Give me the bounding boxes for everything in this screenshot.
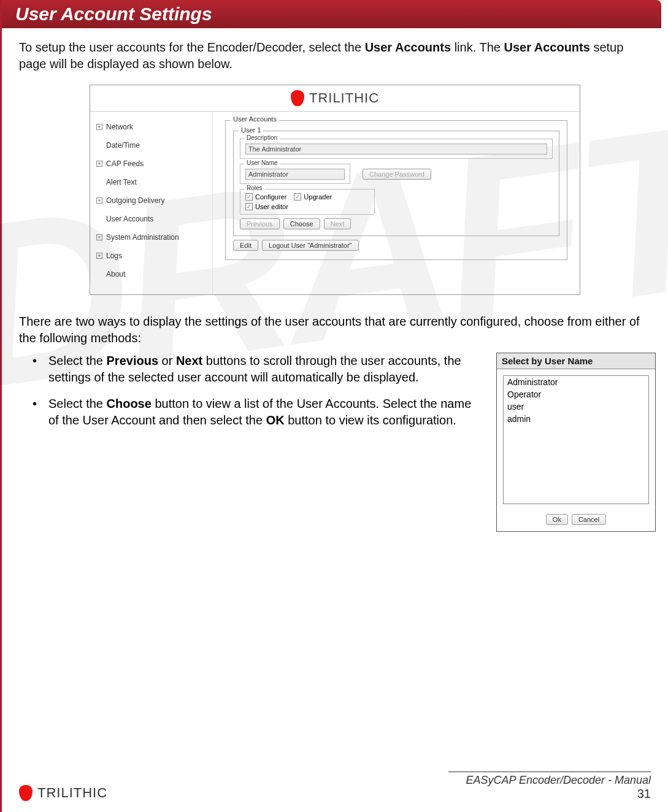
next-button[interactable]: Next xyxy=(324,218,351,229)
select-by-username-dialog: Select by User Name Administrator Operat… xyxy=(496,353,656,532)
bullet-2: Select the Choose button to view a list … xyxy=(33,396,484,429)
description-input[interactable] xyxy=(245,144,547,155)
link-useraccounts: User Accounts xyxy=(365,40,451,54)
logout-user-button[interactable]: Logout User "Administrator" xyxy=(262,240,359,251)
nav-capfeeds[interactable]: +CAP Feeds xyxy=(96,157,206,175)
edit-button[interactable]: Edit xyxy=(233,240,258,251)
expand-icon[interactable]: + xyxy=(96,197,102,204)
text: link. The xyxy=(455,40,504,54)
nav-useraccounts[interactable]: +User Accounts xyxy=(96,212,206,231)
expand-icon[interactable]: + xyxy=(96,253,102,259)
text: To setup the user accounts for the Encod… xyxy=(19,40,365,54)
username-group: User Name xyxy=(240,164,350,184)
footer-brand: TRILITHIC xyxy=(37,785,107,801)
roles-label: Roles xyxy=(244,185,265,191)
panel-title: User Accounts xyxy=(231,115,279,123)
paragraph-two: There are two ways to display the settin… xyxy=(2,307,668,353)
checkbox-icon: ✓ xyxy=(245,203,253,210)
nav-logs[interactable]: +Logs xyxy=(96,249,206,267)
change-password-button[interactable]: Change Password xyxy=(363,169,431,180)
description-group: Description xyxy=(240,139,553,159)
description-label: Description xyxy=(244,134,280,141)
list-item[interactable]: Operator xyxy=(504,388,648,400)
role-usereditor[interactable]: ✓User editor xyxy=(245,203,369,210)
list-item[interactable]: admin xyxy=(504,413,648,425)
link-useraccounts2: User Accounts xyxy=(504,40,589,54)
page-footer: TRILITHIC EASyCAP Encoder/Decoder - Manu… xyxy=(2,772,668,801)
page-number: 31 xyxy=(448,787,651,801)
role-configurer[interactable]: ✓Configurer xyxy=(245,193,286,201)
app-header: TRILITHIC xyxy=(90,85,580,112)
intro-paragraph: To setup the user accounts for the Encod… xyxy=(2,28,668,79)
user-accounts-panel: User Accounts User 1 Description User Na… xyxy=(225,120,567,260)
user-list[interactable]: Administrator Operator user admin xyxy=(503,375,649,504)
user-title: User 1 xyxy=(239,126,263,134)
nav-alerttext[interactable]: +Alert Text xyxy=(96,175,206,194)
checkbox-icon: ✓ xyxy=(294,193,301,201)
shield-icon xyxy=(291,90,304,106)
checkbox-icon: ✓ xyxy=(245,193,253,201)
dialog-title: Select by User Name xyxy=(497,353,655,369)
bullet-list: Select the Previous or Next buttons to s… xyxy=(33,353,484,532)
username-label: User Name xyxy=(244,159,280,166)
list-item[interactable]: user xyxy=(504,400,648,413)
bullet-1: Select the Previous or Next buttons to s… xyxy=(33,353,484,386)
previous-button[interactable]: Previous xyxy=(240,218,280,229)
side-nav: +Network +Date/Time +CAP Feeds +Alert Te… xyxy=(90,112,213,294)
shield-icon xyxy=(19,785,33,801)
roles-group: Roles ✓Configurer ✓Upgrader ✓User editor xyxy=(240,189,375,215)
expand-icon[interactable]: + xyxy=(96,124,102,130)
nav-sysadmin[interactable]: +System Administration xyxy=(96,231,206,249)
choose-button[interactable]: Choose xyxy=(283,218,320,229)
nav-outgoing[interactable]: +Outgoing Delivery xyxy=(96,194,206,212)
list-item[interactable]: Administrator xyxy=(504,376,648,388)
nav-datetime[interactable]: +Date/Time xyxy=(96,139,206,157)
content-pane: User Accounts User 1 Description User Na… xyxy=(213,112,580,294)
expand-icon[interactable]: + xyxy=(96,161,102,167)
expand-icon[interactable]: + xyxy=(96,234,102,240)
nav-network[interactable]: +Network xyxy=(96,120,206,139)
cancel-button[interactable]: Cancel xyxy=(572,514,606,525)
footer-logo: TRILITHIC xyxy=(19,785,107,801)
app-screenshot: TRILITHIC +Network +Date/Time +CAP Feeds… xyxy=(90,85,580,295)
footer-manual-title: EASyCAP Encoder/Decoder - Manual xyxy=(448,774,651,787)
user-fieldset: User 1 Description User Name Change Pass… xyxy=(233,131,559,236)
nav-about[interactable]: +About xyxy=(96,267,206,286)
brand-text: TRILITHIC xyxy=(309,90,379,106)
ok-button[interactable]: Ok xyxy=(546,514,568,525)
username-input[interactable] xyxy=(245,169,345,180)
role-upgrader[interactable]: ✓Upgrader xyxy=(294,193,332,201)
section-header: User Account Settings xyxy=(2,0,661,28)
